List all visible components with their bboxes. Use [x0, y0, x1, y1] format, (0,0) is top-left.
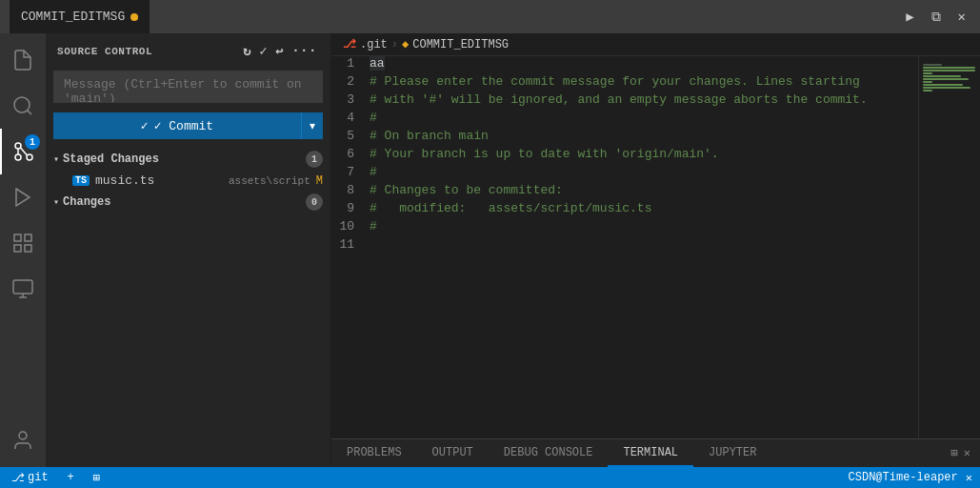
source-control-icon[interactable]: 1 [0, 129, 46, 174]
new-terminal-icon[interactable]: ⊞ [951, 446, 958, 460]
remote-icon[interactable] [0, 266, 46, 312]
source-control-badge: 1 [25, 134, 40, 150]
sidebar-header: SOURCE CONTROL ↻ ✓ ↩ ··· [46, 33, 330, 65]
commit-label: ✓ Commit [154, 118, 213, 133]
svg-point-4 [15, 154, 21, 160]
extensions-icon[interactable] [0, 220, 46, 266]
line-content-8: # Changes to be committed: [370, 183, 563, 197]
code-editor[interactable]: 1 aa 2 # Please enter the commit message… [331, 56, 918, 438]
close-status-icon[interactable]: ✕ [966, 471, 972, 485]
line-number-3: 3 [331, 92, 370, 107]
minimap-line [923, 78, 969, 80]
line-number-11: 11 [331, 237, 370, 252]
title-bar-actions: ▶ ⧉ ✕ [901, 7, 970, 27]
line-content-1: aa [370, 56, 385, 71]
bottom-panel-actions: ⊞ ✕ [951, 446, 980, 460]
commit-button[interactable]: ✓ ✓ Commit [53, 112, 301, 139]
user-label: CSDN@Time-leaper [849, 471, 958, 485]
files-icon[interactable] [0, 37, 46, 83]
line-number-8: 8 [331, 183, 370, 197]
breadcrumb-git[interactable]: .git [360, 38, 388, 51]
code-line-9: 9 # modified: assets/script/music.ts [331, 201, 918, 219]
sidebar: SOURCE CONTROL ↻ ✓ ↩ ··· ✓ ✓ Commit ▾ ▾ … [46, 33, 331, 467]
tab-label: COMMIT_EDITMSG [21, 10, 125, 24]
svg-marker-5 [16, 189, 30, 206]
minimap-line [923, 90, 932, 92]
minimap-line [923, 67, 975, 69]
commit-button-row: ✓ ✓ Commit ▾ [53, 112, 323, 139]
more-options-icon[interactable]: ··· [290, 41, 319, 61]
add-terminal-status[interactable]: ⊞ [90, 471, 104, 485]
commit-message-input[interactable] [53, 71, 323, 103]
file-status-badge: M [316, 174, 323, 188]
svg-line-1 [28, 111, 31, 114]
line-content-6: # Your branch is up to date with 'origin… [370, 147, 719, 161]
minimap-line [923, 87, 970, 89]
minimap-line [923, 84, 963, 86]
code-line-7: 7 # [331, 165, 918, 183]
status-bar: ⎇ git + ⊞ CSDN@Time-leaper ✕ [0, 467, 980, 488]
title-bar: COMMIT_EDITMSG ▶ ⧉ ✕ [0, 0, 980, 33]
tab-jupyter[interactable]: JUPYTER [693, 440, 771, 467]
code-line-11: 11 [331, 237, 918, 255]
tab-output[interactable]: OUTPUT [417, 440, 489, 467]
accounts-icon[interactable] [0, 417, 46, 463]
editor-area: ⎇ .git › ◆ COMMIT_EDITMSG 1 aa 2 # Pleas… [331, 33, 980, 467]
tab-problems[interactable]: PROBLEMS [331, 440, 417, 467]
line-content-9: # modified: assets/script/music.ts [370, 201, 651, 215]
commit-checkmark-icon: ✓ [141, 118, 149, 133]
code-line-8: 8 # Changes to be committed: [331, 183, 918, 201]
tab-modified-dot [130, 13, 138, 21]
sync-status[interactable]: + [64, 471, 78, 484]
svg-rect-6 [14, 234, 21, 241]
minimap-line [923, 64, 942, 66]
minimap-lines [919, 56, 980, 100]
code-line-4: 4 # [331, 111, 918, 129]
staged-changes-section[interactable]: ▾ Staged Changes 1 [46, 147, 330, 172]
line-number-6: 6 [331, 147, 370, 161]
file-path: assets\script [229, 175, 310, 187]
refresh-icon[interactable]: ↻ [241, 41, 253, 61]
staged-chevron-icon: ▾ [53, 153, 59, 165]
breadcrumb-sep1: › [391, 38, 398, 51]
close-panel-icon[interactable]: ✕ [964, 446, 970, 460]
search-icon[interactable] [0, 83, 46, 129]
activity-bar: 1 [0, 33, 46, 467]
run-button[interactable]: ▶ [901, 7, 918, 27]
file-name: music.ts [95, 173, 223, 188]
editor-tab[interactable]: COMMIT_EDITMSG [10, 0, 150, 33]
sidebar-header-actions: ↻ ✓ ↩ ··· [241, 41, 319, 61]
tab-debug-console[interactable]: DEBUG CONSOLE [489, 440, 609, 467]
git-file-icon: ◆ [402, 37, 409, 51]
tab-terminal[interactable]: TERMINAL [608, 440, 693, 467]
git-icon: ⎇ [343, 37, 356, 51]
bottom-panel: PROBLEMS OUTPUT DEBUG CONSOLE TERMINAL J… [331, 438, 980, 467]
git-branch-status[interactable]: ⎇ git [8, 471, 52, 485]
changes-section[interactable]: ▾ Changes 0 [46, 190, 330, 214]
add-terminal-icon: ⊞ [93, 471, 100, 485]
line-content-11 [370, 237, 377, 252]
changes-label: Changes [63, 195, 110, 209]
line-number-10: 10 [331, 219, 370, 234]
checkmark-icon[interactable]: ✓ [257, 41, 270, 61]
git-branch-icon: ⎇ [11, 471, 25, 485]
svg-point-13 [19, 432, 27, 439]
line-number-4: 4 [331, 111, 370, 125]
line-content-4: # [370, 111, 377, 125]
code-line-1: 1 aa [331, 56, 918, 74]
line-number-2: 2 [331, 74, 370, 89]
run-debug-icon[interactable] [0, 174, 46, 220]
close-tab-button[interactable]: ✕ [953, 7, 970, 27]
svg-rect-7 [25, 234, 31, 241]
breadcrumb-file[interactable]: COMMIT_EDITMSG [412, 38, 509, 51]
breadcrumb: ⎇ .git › ◆ COMMIT_EDITMSG [331, 33, 980, 56]
undo-icon[interactable]: ↩ [273, 41, 286, 61]
staged-file-item[interactable]: TS music.ts assets\script M [46, 172, 330, 190]
line-content-2: # Please enter the commit message for yo… [370, 74, 860, 89]
line-content-3: # with '#' will be ignored, and an empty… [370, 92, 868, 107]
split-editor-button[interactable]: ⧉ [927, 8, 946, 27]
staged-changes-label: Staged Changes [63, 152, 159, 166]
minimap-line [923, 72, 932, 74]
svg-point-0 [14, 97, 30, 112]
commit-dropdown-button[interactable]: ▾ [301, 112, 323, 139]
